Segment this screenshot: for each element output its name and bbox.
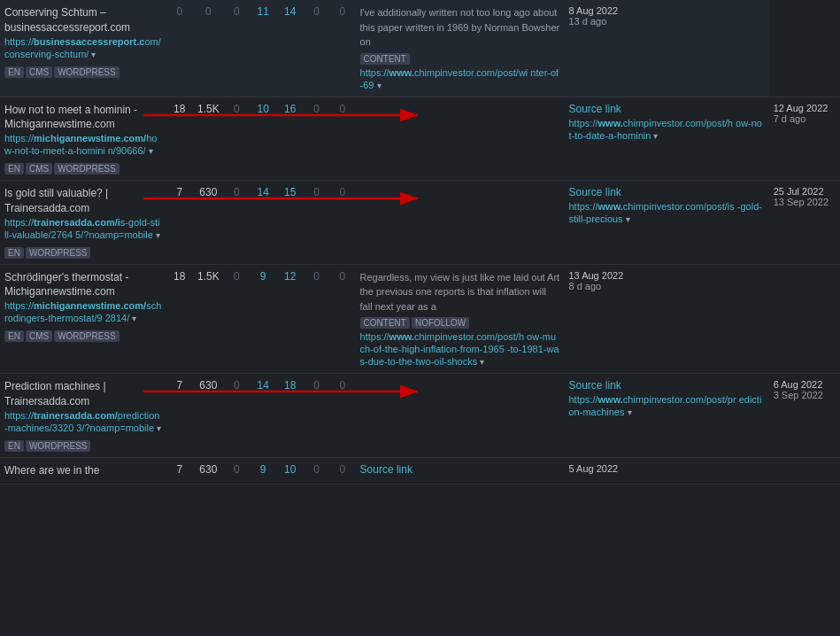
url-chevron[interactable]: ▾ xyxy=(156,230,160,240)
content-link[interactable]: https://www.chimpinvestor.com/post/is -g… xyxy=(568,201,761,224)
source-cell: Schrödinger's thermostat - Michigannewst… xyxy=(0,264,166,374)
num-col-0: 7 xyxy=(166,457,192,484)
url-chevron[interactable]: ▾ xyxy=(132,314,136,323)
tag-en: EN xyxy=(4,247,24,259)
content-chevron[interactable]: ▾ xyxy=(377,81,381,90)
num-col-4: 18 xyxy=(276,374,303,458)
url-chevron[interactable]: ▾ xyxy=(149,146,153,156)
source-title: Is gold still valuable? | Trainersadda.c… xyxy=(4,187,108,214)
table-row: Conserving Schtum – businessaccessreport… xyxy=(0,0,840,97)
date-cell: 6 Aug 20223 Sep 2022 xyxy=(769,374,840,458)
content-link[interactable]: https://www.chimpinvestor.com/post/h ow-… xyxy=(360,331,559,367)
num-col-4: 12 xyxy=(276,264,303,374)
content-link[interactable]: https://www.chimpinvestor.com/post/h ow-… xyxy=(568,118,762,141)
num-col-5: 0 xyxy=(304,264,329,374)
date-primary: 13 Aug 2022 xyxy=(568,270,623,281)
content-link[interactable]: https://www.chimpinvestor.com/post/wi nt… xyxy=(360,67,559,90)
date-secondary: 13 Sep 2022 xyxy=(774,197,828,207)
table-row: Schrödinger's thermostat - Michigannewst… xyxy=(0,264,840,374)
num-col-1: 1.5K xyxy=(193,264,224,374)
date-secondary: 7 d ago xyxy=(774,113,806,124)
source-url[interactable]: https://michigannewstime.com/schrodinger… xyxy=(4,300,161,323)
num-col-2: 0 xyxy=(224,457,250,484)
date-cell: 25 Jul 202213 Sep 2022 xyxy=(769,181,840,265)
num-col-5: 0 xyxy=(304,457,329,484)
content-cell: Source linkhttps://www.chimpinvestor.com… xyxy=(564,374,768,458)
content-cell: Source linkhttps://www.chimpinvestor.com… xyxy=(564,97,768,181)
source-link-label: Source link xyxy=(568,186,620,198)
content-text: Regardless, my view is just like me laid… xyxy=(360,270,560,314)
num-col-6: 0 xyxy=(329,181,355,265)
num-col-5: 0 xyxy=(304,181,329,265)
num-col-3: 14 xyxy=(250,374,276,458)
content-link[interactable]: https://www.chimpinvestor.com/post/pr ed… xyxy=(568,394,761,417)
num-col-6: 0 xyxy=(329,264,355,374)
num-col-2: 0 xyxy=(224,181,250,265)
content-cell: I've additionally written not too long a… xyxy=(356,0,565,97)
date-primary: 12 Aug 2022 xyxy=(774,103,828,113)
num-col-6: 0 xyxy=(329,0,355,97)
content-chevron[interactable]: ▾ xyxy=(480,357,484,367)
source-url[interactable]: https://trainersadda.com/prediction-mach… xyxy=(4,410,161,433)
content-chevron[interactable]: ▾ xyxy=(628,407,632,417)
tag-en: EN xyxy=(4,330,24,342)
url-chevron[interactable]: ▾ xyxy=(91,50,96,59)
source-link-label: Source link xyxy=(568,103,620,115)
num-col-2: 0 xyxy=(224,374,250,458)
tag-list: ENCMSWORDPRESS xyxy=(4,328,161,342)
source-link-label: Source link xyxy=(568,379,620,392)
tag-cms: CMS xyxy=(26,163,52,175)
content-text: I've additionally written not too long a… xyxy=(360,5,560,50)
backlinks-table: Conserving Schtum – businessaccessreport… xyxy=(0,0,840,485)
tag-wordpress: WORDPRESS xyxy=(26,440,91,452)
nofollow-tag: NOFOLLOW xyxy=(412,317,469,329)
num-col-4: 14 xyxy=(276,0,303,97)
tag-wordpress: WORDPRESS xyxy=(54,66,119,78)
source-url[interactable]: https://trainersadda.com/is-gold-still-v… xyxy=(4,217,160,240)
source-cell: How not to meet a hominin - Michigannews… xyxy=(0,97,166,181)
url-chevron[interactable]: ▾ xyxy=(157,423,161,433)
num-col-6: 0 xyxy=(329,97,355,181)
source-link-label: Source link xyxy=(360,463,412,476)
tag-list: ENCMSWORDPRESS xyxy=(4,160,161,175)
tag-wordpress: WORDPRESS xyxy=(54,330,119,342)
tag-en: EN xyxy=(4,440,24,452)
date-primary: 6 Aug 2022 xyxy=(774,379,823,390)
num-col-3: 14 xyxy=(250,181,276,265)
tag-wordpress: WORDPRESS xyxy=(26,247,91,259)
tag-list: ENCMSWORDPRESS xyxy=(4,64,161,78)
date-cell: 13 Aug 20228 d ago xyxy=(564,264,768,374)
date-primary: 8 Aug 2022 xyxy=(568,5,618,16)
content-tag: CONTENT xyxy=(360,53,410,65)
date-secondary: 8 d ago xyxy=(568,281,601,291)
date-primary: 25 Jul 2022 xyxy=(774,186,824,197)
date-secondary: 3 Sep 2022 xyxy=(774,390,823,400)
content-chevron[interactable]: ▾ xyxy=(653,131,658,141)
tag-wordpress: WORDPRESS xyxy=(54,163,119,175)
num-col-0: 18 xyxy=(166,264,192,374)
source-title: Where are we in the xyxy=(4,464,99,477)
source-title: Conserving Schtum – businessaccessreport… xyxy=(4,6,130,34)
date-cell: 8 Aug 202213 d ago xyxy=(564,0,768,97)
num-col-2: 0 xyxy=(224,0,250,97)
num-col-6: 0 xyxy=(329,374,355,458)
tag-en: EN xyxy=(4,163,24,175)
tag-list: ENWORDPRESS xyxy=(4,438,161,452)
source-cell: Prediction machines | Trainersadda.comht… xyxy=(0,374,166,458)
num-col-1: 630 xyxy=(193,457,224,484)
num-col-3: 10 xyxy=(250,97,276,181)
tag-list: ENWORDPRESS xyxy=(4,244,161,259)
num-col-3: 11 xyxy=(250,0,276,97)
num-col-6: 0 xyxy=(329,457,355,484)
num-col-0: 18 xyxy=(166,97,192,181)
num-col-2: 0 xyxy=(224,264,250,374)
content-cell: Source linkhttps://www.chimpinvestor.com… xyxy=(564,181,768,265)
num-col-3: 9 xyxy=(250,457,276,484)
content-chevron[interactable]: ▾ xyxy=(626,214,630,224)
num-col-3: 9 xyxy=(250,264,276,374)
table-row: How not to meet a hominin - Michigannews… xyxy=(0,97,840,181)
source-url[interactable]: https://businessaccessreport.com/conserv… xyxy=(4,36,161,59)
num-col-2: 0 xyxy=(224,97,250,181)
source-url[interactable]: https://michigannewstime.com/how-not-to-… xyxy=(4,133,157,156)
arrow-indicator xyxy=(356,181,565,265)
